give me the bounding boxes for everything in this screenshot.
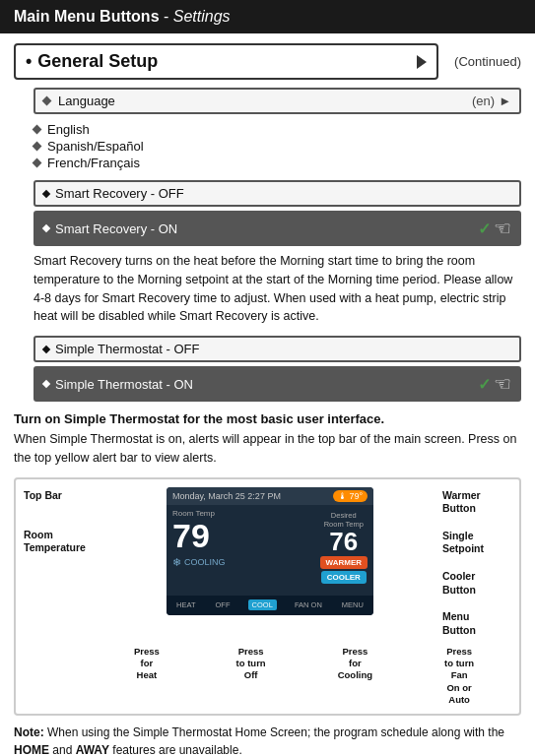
language-right: (en) ► — [472, 94, 511, 108]
general-setup-label: General Setup — [37, 51, 158, 72]
simple-thermostat-on-checkmark-hand: ✓ ☞ — [478, 372, 511, 396]
bold-title-text: Turn on Simple Thermostat for the most b… — [14, 411, 384, 426]
checkmark-icon-2: ✓ — [478, 375, 491, 394]
cool-btn[interactable]: COOL — [248, 599, 277, 610]
single-setpoint-label: SingleSetpoint — [442, 530, 511, 556]
general-setup-box[interactable]: • General Setup — [14, 43, 438, 80]
continued-label: (Continued) — [454, 54, 521, 69]
note-and: and — [52, 743, 75, 756]
general-setup-bullet: • — [26, 51, 32, 72]
screen-body: Room Temp 79 ❄ COOLING DesiredRoom Temp … — [167, 505, 373, 588]
note-label: Note: — [14, 725, 44, 739]
smart-recovery-description: Smart Recovery turns on the heat before … — [33, 252, 521, 326]
screen-right: DesiredRoom Temp 76 WARMER COOLER — [320, 509, 368, 584]
language-options-list: English Spanish/Español French/Français — [33, 122, 521, 170]
warmer-button-label: WarmerButton — [442, 489, 511, 516]
language-value: (en) — [472, 94, 495, 108]
desired-label: DesiredRoom Temp — [324, 511, 364, 529]
simple-thermostat-off-label: Simple Thermostat - OFF — [55, 342, 199, 356]
simple-thermostat-on-label: Simple Thermostat - ON — [55, 377, 193, 392]
indent-section: Language (en) ► English Spanish/Español … — [33, 88, 521, 402]
note-away: AWAY — [76, 743, 109, 756]
cooling-label: ❄ COOLING — [172, 556, 316, 569]
screen-date-time: Monday, March 25 2:27 PM — [172, 491, 281, 501]
lang-option-english: English — [47, 122, 90, 137]
press-fan-label: Pressto turnFanOn or Auto — [435, 646, 483, 707]
note-home: HOME — [14, 743, 49, 756]
smart-recovery-on-label: Smart Recovery - ON — [55, 221, 177, 236]
menu-button-label: MenuButton — [442, 610, 511, 637]
menu-btn[interactable]: MENU — [340, 600, 366, 609]
header-title: Main Menu Buttons — [14, 8, 160, 25]
fan-on-btn[interactable]: FAN ON — [293, 600, 324, 609]
thermostat-diagram: Top Bar RoomTemperature Monday, March 25… — [14, 477, 521, 717]
hand-pointer-icon-2: ☞ — [494, 372, 511, 396]
screen-left: Room Temp 79 ❄ COOLING — [172, 509, 316, 584]
general-setup-arrow-icon — [417, 55, 427, 69]
screen-top-bar: Monday, March 25 2:27 PM 🌡 79° — [167, 487, 373, 505]
lang-option-spanish: Spanish/Español — [47, 139, 144, 154]
snowflake-icon: ❄ — [172, 556, 181, 569]
screen-bottom-bar: HEAT OFF COOL FAN ON MENU — [167, 596, 373, 615]
hand-pointer-icon: ☞ — [494, 217, 511, 240]
list-item: French/Français — [33, 156, 521, 170]
press-heat-label: PressforHeat — [123, 646, 170, 707]
simple-thermostat-off-diamond-icon — [42, 345, 50, 352]
bottom-press-labels: PressforHeat Pressto turnOff PressforCoo… — [16, 646, 519, 715]
simple-thermostat-description: When Simple Thermostat is on, alerts wil… — [14, 430, 521, 468]
header-subtitle: Settings — [173, 8, 231, 25]
room-temp-value: 79 — [172, 519, 316, 552]
checkmark-icon: ✓ — [478, 220, 491, 238]
general-setup-outer: • General Setup (Continued) — [14, 43, 521, 80]
bullet-diamond-icon — [33, 142, 42, 152]
heat-btn[interactable]: HEAT — [174, 600, 197, 609]
cooler-button[interactable]: COOLER — [321, 571, 367, 584]
language-arrow-icon: ► — [499, 94, 511, 108]
note-suffix: features are unavailable. — [112, 743, 241, 756]
cooling-text: COOLING — [184, 557, 226, 567]
desired-temp-value: 76 — [329, 529, 358, 554]
language-left: Language — [43, 94, 115, 108]
screen-container: Monday, March 25 2:27 PM 🌡 79° Room Temp… — [101, 487, 438, 615]
main-content: • General Setup (Continued) Language (en… — [0, 33, 535, 756]
screen-mockup: Monday, March 25 2:27 PM 🌡 79° Room Temp… — [167, 487, 373, 615]
bullet-diamond-icon — [33, 125, 42, 135]
smart-recovery-off-diamond-icon — [42, 189, 50, 197]
smart-recovery-on-row[interactable]: Smart Recovery - ON ✓ ☞ — [33, 211, 521, 246]
smart-recovery-on-checkmark-hand: ✓ ☞ — [478, 217, 511, 240]
top-bar-label: Top Bar — [24, 489, 98, 501]
page-header: Main Menu Buttons - Settings — [0, 0, 535, 33]
smart-recovery-on-diamond-icon — [42, 224, 50, 232]
press-off-label: Pressto turnOff — [228, 646, 275, 707]
warmer-button[interactable]: WARMER — [320, 556, 368, 569]
diagram-right-labels: WarmerButton SingleSetpoint CoolerButton… — [442, 487, 511, 638]
list-item: Spanish/Español — [33, 139, 521, 154]
smart-recovery-off-row[interactable]: Smart Recovery - OFF — [33, 180, 521, 207]
simple-thermostat-on-diamond-icon — [42, 380, 50, 388]
simple-thermostat-off-row[interactable]: Simple Thermostat - OFF — [33, 336, 521, 362]
screen-top-temp: 🌡 79° — [333, 490, 368, 502]
diagram-wrapper: Top Bar RoomTemperature Monday, March 25… — [16, 479, 519, 646]
off-btn[interactable]: OFF — [214, 600, 233, 609]
general-setup-left: • General Setup — [26, 51, 158, 72]
header-dash: - — [164, 8, 173, 25]
diagram-left-labels: Top Bar RoomTemperature — [24, 487, 98, 555]
language-diamond-icon — [42, 96, 52, 106]
lang-option-french: French/Français — [47, 156, 140, 170]
simple-thermostat-on-row[interactable]: Simple Thermostat - ON ✓ ☞ — [33, 366, 521, 402]
language-label: Language — [58, 94, 115, 108]
press-cooling-label: PressforCooling — [331, 646, 378, 707]
room-temp-label: RoomTemperature — [24, 529, 98, 555]
simple-thermostat-bold-title: Turn on Simple Thermostat for the most b… — [14, 411, 521, 426]
language-row[interactable]: Language (en) ► — [33, 88, 521, 114]
list-item: English — [33, 122, 521, 137]
bullet-diamond-icon — [33, 158, 42, 168]
note-text-main: When using the Simple Thermostat Home Sc… — [47, 725, 504, 739]
note-text: Note: When using the Simple Thermostat H… — [14, 724, 521, 756]
smart-recovery-off-label: Smart Recovery - OFF — [55, 186, 184, 201]
cooler-button-label: CoolerButton — [442, 570, 511, 597]
